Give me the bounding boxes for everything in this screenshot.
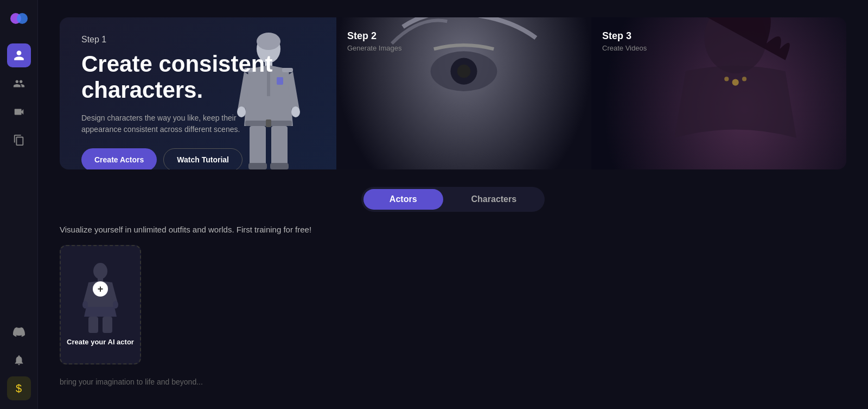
svg-point-20 (457, 65, 471, 78)
bottom-hint: bring your imagination to life and beyon… (60, 377, 846, 386)
app-logo (9, 9, 29, 30)
step3-sublabel: Create Videos (602, 44, 835, 52)
sidebar-item-group[interactable] (7, 72, 31, 96)
tabs-wrapper: Actors Characters (361, 187, 545, 212)
sidebar-item-user[interactable] (7, 43, 31, 67)
hero-banner: Step 1 Create consistent characters. Des… (60, 17, 846, 169)
svg-point-24 (724, 77, 729, 81)
step3-text: Step 3 Create Videos (602, 30, 835, 52)
sidebar-item-copy[interactable] (7, 128, 31, 152)
hero-title: Create consistent characters. (81, 51, 298, 104)
create-actors-button[interactable]: Create Actors (81, 148, 157, 169)
sidebar-item-coins[interactable]: $ (7, 376, 31, 400)
tab-characters[interactable]: Characters (445, 189, 543, 210)
hero-step3-panel: Step 3 Create Videos (591, 17, 846, 169)
section-subtitle: Visualize yourself in unlimited outfits … (60, 225, 846, 234)
svg-point-26 (93, 263, 107, 279)
svg-rect-30 (88, 317, 98, 333)
sidebar-item-video[interactable] (7, 100, 31, 124)
svg-rect-31 (103, 317, 112, 333)
step2-label: Step 2 (347, 30, 580, 42)
step3-label: Step 3 (602, 30, 835, 42)
hero-description: Design characters the way you like, keep… (81, 112, 266, 135)
sidebar: $ (0, 0, 38, 409)
create-actor-card[interactable]: + Create your AI actor (60, 245, 141, 364)
watch-tutorial-button[interactable]: Watch Tutorial (163, 148, 242, 169)
hero-actions: Create Actors Watch Tutorial (81, 148, 315, 169)
step2-text: Step 2 Generate Images (347, 30, 580, 52)
step1-label: Step 1 (81, 35, 315, 45)
tab-actors[interactable]: Actors (363, 189, 443, 210)
create-actor-label: Create your AI actor (67, 337, 134, 347)
hero-step1-panel: Step 1 Create consistent characters. Des… (60, 17, 336, 169)
svg-point-25 (742, 77, 746, 81)
mannequin-figure: + (79, 262, 122, 333)
svg-point-29 (113, 301, 118, 309)
actors-grid: + Create your AI actor (60, 245, 846, 364)
sidebar-item-discord[interactable] (7, 320, 31, 344)
hero-step2-panel: Step 2 Generate Images (336, 17, 591, 169)
sidebar-item-notifications[interactable] (7, 348, 31, 372)
tabs-container: Actors Characters (60, 187, 846, 212)
svg-point-1 (17, 13, 28, 24)
svg-point-28 (82, 301, 88, 309)
main-content: Step 1 Create consistent characters. Des… (38, 0, 868, 409)
plus-circle: + (93, 281, 108, 297)
coin-icon: $ (16, 382, 22, 395)
step2-sublabel: Generate Images (347, 44, 580, 52)
svg-point-23 (732, 79, 739, 85)
